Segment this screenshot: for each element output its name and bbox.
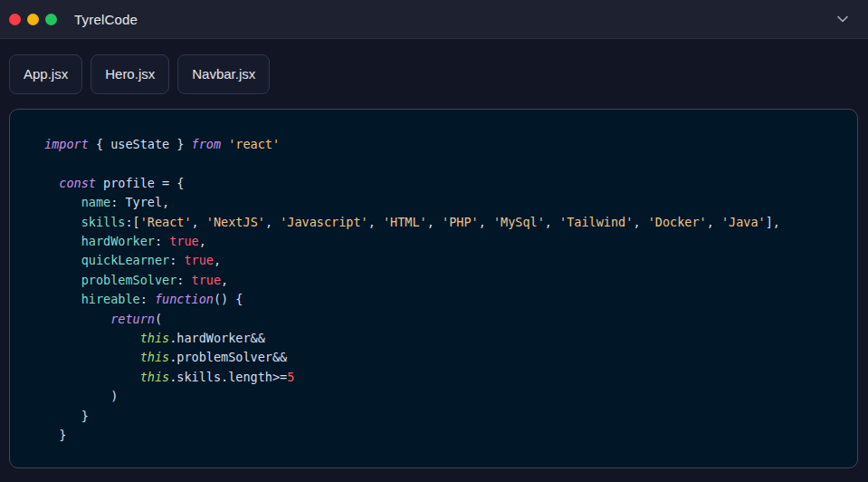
token-plain: ,: [479, 215, 493, 229]
code-line: problemSolver: true,: [44, 271, 848, 290]
token-prop: hardWorker: [81, 234, 155, 248]
code-line: import { useState } from 'react': [44, 135, 848, 154]
minimize-button[interactable]: [27, 14, 39, 25]
token-this: this: [140, 370, 170, 384]
code-line: hardWorker: true,: [44, 232, 848, 251]
token-bool: true: [184, 253, 214, 267]
traffic-lights: [9, 14, 63, 25]
token-plain: ,: [427, 215, 442, 229]
token-str: 'React': [140, 215, 192, 229]
token-plain: { useState }: [89, 137, 192, 151]
token-plain: ,: [368, 215, 383, 229]
token-plain: ,: [214, 253, 221, 267]
tab-hero-jsx[interactable]: Hero.jsx: [91, 54, 169, 94]
chevron-down-icon[interactable]: [835, 12, 850, 26]
token-plain: [221, 137, 228, 151]
token-prop: problemSolver: [81, 273, 177, 287]
token-plain: [44, 331, 140, 345]
token-plain: :: [155, 234, 169, 248]
code-line: skills:['React', 'NextJS', 'Javascript',…: [44, 213, 848, 232]
token-num: 5: [287, 370, 294, 384]
code-line: this.skills.length>=5: [44, 368, 848, 387]
token-plain: ,: [221, 273, 228, 287]
token-prop: quickLearner: [81, 253, 170, 267]
window-title: TyrelCode: [74, 12, 138, 27]
token-str: 'MySql': [493, 215, 545, 229]
token-str: 'HTML': [383, 215, 427, 229]
token-plain: ,: [707, 215, 721, 229]
code-editor-panel: import { useState } from 'react' const p…: [9, 109, 858, 468]
token-plain: [44, 234, 81, 248]
maximize-button[interactable]: [45, 14, 57, 25]
code-line: }: [44, 407, 848, 426]
code-line: }: [44, 426, 848, 445]
tab-navbar-jsx[interactable]: Navbar.jsx: [177, 54, 270, 94]
token-str: 'NextJS': [206, 215, 265, 229]
token-plain: ],: [766, 215, 780, 229]
token-plain: [44, 292, 81, 306]
token-kw: function: [155, 292, 214, 306]
token-plain: [44, 312, 110, 326]
code-block: import { useState } from 'react' const p…: [44, 135, 848, 446]
token-plain: ,: [199, 234, 206, 248]
code-line: name: Tyrel,: [44, 193, 848, 212]
token-plain: :: [176, 273, 191, 287]
token-str: 'Javascript': [280, 215, 368, 229]
token-plain: }: [44, 409, 89, 423]
tab-bar: App.jsxHero.jsxNavbar.jsx: [0, 39, 868, 94]
token-kw: from: [192, 137, 222, 151]
code-line: const profile = {: [44, 174, 848, 193]
token-str: 'Java': [721, 215, 766, 229]
token-kw: import: [44, 137, 89, 151]
token-plain: (: [155, 312, 162, 326]
token-plain: : Tyrel,: [110, 195, 169, 209]
token-plain: :[: [125, 215, 139, 229]
code-line: [44, 154, 848, 173]
token-plain: ,: [633, 215, 647, 229]
token-this: this: [140, 331, 170, 345]
token-this: this: [140, 350, 170, 364]
token-plain: ,: [192, 215, 206, 229]
code-line: hireable: function() {: [44, 290, 848, 309]
token-kw: return: [110, 312, 155, 326]
token-bool: true: [169, 234, 199, 248]
token-prop: skills: [81, 215, 126, 229]
tab-app-jsx[interactable]: App.jsx: [9, 54, 82, 94]
token-plain: profile = {: [96, 176, 185, 190]
token-plain: [44, 195, 81, 209]
token-str: 'Tailwind': [559, 215, 633, 229]
token-bool: true: [192, 273, 222, 287]
token-plain: [44, 370, 140, 384]
token-str: 'react': [228, 137, 280, 151]
token-prop: hireable: [81, 292, 140, 306]
code-line: quickLearner: true,: [44, 251, 848, 270]
token-plain: [44, 350, 140, 364]
token-kw: const: [59, 176, 96, 190]
token-plain: :: [169, 253, 184, 267]
token-str: 'Docker': [648, 215, 707, 229]
code-line: ): [44, 387, 848, 406]
close-button[interactable]: [9, 14, 21, 25]
token-plain: [44, 273, 81, 287]
token-plain: :: [140, 292, 155, 306]
token-plain: ,: [545, 215, 559, 229]
token-plain: }: [44, 428, 66, 442]
token-plain: () {: [214, 292, 243, 306]
code-line: this.hardWorker&&: [44, 329, 848, 348]
token-plain: [44, 176, 59, 190]
token-plain: .problemSolver&&: [169, 350, 287, 364]
token-str: 'PHP': [442, 215, 479, 229]
token-plain: .hardWorker&&: [169, 331, 265, 345]
titlebar: TyrelCode: [0, 0, 868, 39]
token-plain: [44, 253, 81, 267]
code-line: return(: [44, 310, 848, 329]
token-prop: name: [81, 195, 111, 209]
token-plain: [44, 215, 81, 229]
token-plain: ,: [265, 215, 280, 229]
code-line: this.problemSolver&&: [44, 348, 848, 367]
token-plain: ): [44, 389, 118, 403]
token-plain: .skills.length>=: [169, 370, 287, 384]
